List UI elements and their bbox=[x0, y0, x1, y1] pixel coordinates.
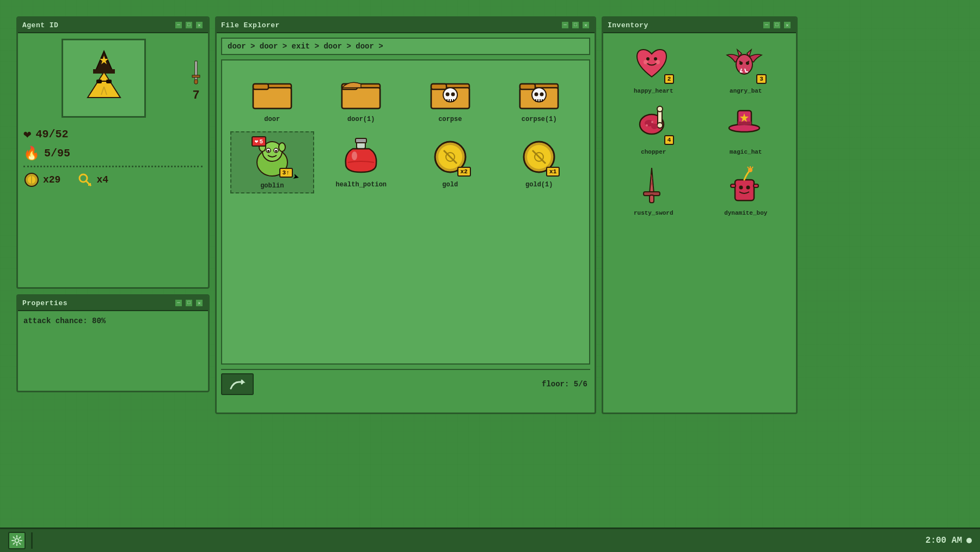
chopper-label: chopper bbox=[641, 149, 666, 155]
health-potion-icon bbox=[339, 134, 383, 178]
svg-rect-24 bbox=[342, 88, 380, 108]
properties-close-button[interactable]: ✕ bbox=[195, 299, 204, 307]
happy-heart-label: happy_heart bbox=[634, 88, 673, 94]
explorer-minimize-button[interactable]: ─ bbox=[561, 21, 569, 29]
agent-id-window: Agent ID ─ □ ✕ bbox=[16, 16, 210, 289]
file-item-corpse[interactable]: corpse bbox=[408, 66, 492, 126]
back-button[interactable] bbox=[221, 373, 254, 395]
svg-point-88 bbox=[748, 168, 752, 172]
inventory-item-magic-hat[interactable]: magic_hat bbox=[704, 102, 788, 155]
svg-point-30 bbox=[445, 93, 449, 96]
file-label-door1: door(1) bbox=[347, 116, 375, 123]
file-item-gold1[interactable]: x1 gold(1) bbox=[498, 131, 581, 193]
goblin-hp-badge: ❤️5 bbox=[252, 136, 266, 147]
keys-value: x4 bbox=[96, 174, 108, 185]
svg-rect-6 bbox=[106, 80, 112, 83]
explorer-maximize-button[interactable]: □ bbox=[571, 21, 580, 29]
gold1-icon: x1 bbox=[517, 134, 561, 178]
sword-level: 7 bbox=[192, 89, 199, 102]
inventory-item-dynamite-boy[interactable]: dynamite_boy bbox=[704, 163, 788, 216]
file-label-corpse: corpse bbox=[438, 116, 462, 123]
properties-window: Properties ─ □ ✕ attack chance: 80% bbox=[16, 294, 210, 392]
mana-value: 5/95 bbox=[44, 147, 70, 160]
address-bar[interactable]: door > door > exit > door > door > bbox=[221, 38, 590, 55]
svg-rect-22 bbox=[253, 84, 268, 89]
health-stat: ❤️ 49/52 bbox=[23, 126, 203, 142]
svg-line-89 bbox=[748, 167, 749, 168]
svg-rect-11 bbox=[192, 75, 200, 77]
svg-rect-21 bbox=[253, 88, 291, 108]
back-arrow-icon bbox=[228, 378, 247, 391]
file-item-corpse1[interactable]: corpse(1) bbox=[498, 66, 581, 126]
svg-point-71 bbox=[657, 123, 663, 128]
skull-folder-corpse1-icon bbox=[517, 69, 561, 112]
gold1-count-badge: x1 bbox=[546, 167, 560, 177]
inventory-close-button[interactable]: ✕ bbox=[783, 21, 792, 29]
wizard-sprite bbox=[71, 46, 137, 111]
key-icon bbox=[77, 172, 93, 188]
gold-icon: x2 bbox=[428, 134, 472, 178]
inventory-item-chopper[interactable]: 4 chopper bbox=[611, 102, 696, 155]
svg-rect-28 bbox=[431, 84, 446, 89]
inventory-item-happy-heart[interactable]: 2 happy_heart bbox=[611, 41, 696, 94]
file-item-door1[interactable]: door(1) bbox=[320, 66, 403, 126]
file-label-door: door bbox=[264, 116, 280, 123]
coin-icon bbox=[23, 172, 40, 188]
inventory-item-rusty-sword[interactable]: rusty_sword bbox=[611, 163, 696, 216]
agent-portrait bbox=[62, 39, 146, 118]
svg-rect-5 bbox=[96, 80, 102, 83]
explorer-title: File Explorer bbox=[221, 21, 280, 29]
angry-bat-icon: 3 bbox=[724, 41, 768, 85]
file-item-gold[interactable]: x2 gold bbox=[408, 131, 492, 193]
svg-point-64 bbox=[739, 62, 743, 65]
file-label-gold1: gold(1) bbox=[525, 181, 553, 189]
properties-maximize-button[interactable]: □ bbox=[185, 299, 193, 307]
svg-point-73 bbox=[651, 124, 658, 129]
resources-row: x29 x4 bbox=[23, 172, 203, 188]
health-value: 49/52 bbox=[35, 128, 68, 141]
goblin-count-badge: 3↑ bbox=[279, 168, 293, 178]
svg-point-65 bbox=[746, 62, 749, 65]
properties-titlebar: Properties ─ □ ✕ bbox=[18, 296, 208, 311]
inventory-maximize-button[interactable]: □ bbox=[773, 21, 781, 29]
svg-rect-85 bbox=[735, 180, 754, 201]
properties-content: attack chance: 80% bbox=[18, 311, 208, 331]
inventory-minimize-button[interactable]: ─ bbox=[762, 21, 771, 29]
agent-content: 7 ❤️ 49/52 🔥 5/95 bbox=[18, 33, 208, 198]
explorer-close-button[interactable]: ✕ bbox=[581, 21, 590, 29]
mana-stat: 🔥 5/95 bbox=[23, 145, 203, 161]
file-item-door[interactable]: door bbox=[230, 66, 314, 126]
inventory-title: Inventory bbox=[608, 21, 648, 29]
taskbar: 2:00 AM bbox=[0, 527, 980, 552]
agent-minimize-button[interactable]: ─ bbox=[174, 21, 183, 29]
magic-hat-label: magic_hat bbox=[730, 149, 762, 155]
svg-rect-92 bbox=[731, 184, 736, 187]
properties-minimize-button[interactable]: ─ bbox=[174, 299, 183, 307]
inventory-titlebar: Inventory ─ □ ✕ bbox=[603, 18, 796, 33]
angry-bat-label: angry_bat bbox=[730, 88, 762, 94]
gear-icon bbox=[11, 535, 23, 547]
folder-door-icon bbox=[250, 69, 294, 112]
svg-line-90 bbox=[752, 167, 753, 168]
heart-icon: ❤️ bbox=[23, 126, 31, 142]
inventory-grid: 2 happy_heart bbox=[603, 33, 796, 225]
agent-maximize-button[interactable]: □ bbox=[185, 21, 193, 29]
goblin-icon: ❤️5 3↑ ➤ bbox=[250, 135, 294, 179]
inventory-item-angry-bat[interactable]: 3 angry_bat bbox=[704, 41, 788, 94]
file-item-health-potion[interactable]: health_potion bbox=[320, 131, 403, 193]
svg-point-74 bbox=[646, 124, 648, 126]
agent-close-button[interactable]: ✕ bbox=[195, 21, 204, 29]
taskbar-left bbox=[8, 532, 33, 549]
svg-point-57 bbox=[646, 57, 650, 60]
agent-window-controls: ─ □ ✕ bbox=[174, 21, 204, 29]
floor-info-text: floor: 5/6 bbox=[254, 380, 590, 389]
sword-icon bbox=[189, 60, 203, 87]
svg-point-36 bbox=[535, 93, 538, 96]
settings-button[interactable] bbox=[8, 532, 26, 549]
inventory-controls: ─ □ ✕ bbox=[762, 21, 792, 29]
svg-point-86 bbox=[739, 186, 743, 190]
properties-controls: ─ □ ✕ bbox=[174, 299, 204, 307]
file-item-goblin[interactable]: ❤️5 3↑ ➤ goblin bbox=[230, 131, 314, 193]
explorer-status-bar: floor: 5/6 bbox=[221, 369, 590, 395]
happy-heart-count: 2 bbox=[664, 74, 675, 84]
